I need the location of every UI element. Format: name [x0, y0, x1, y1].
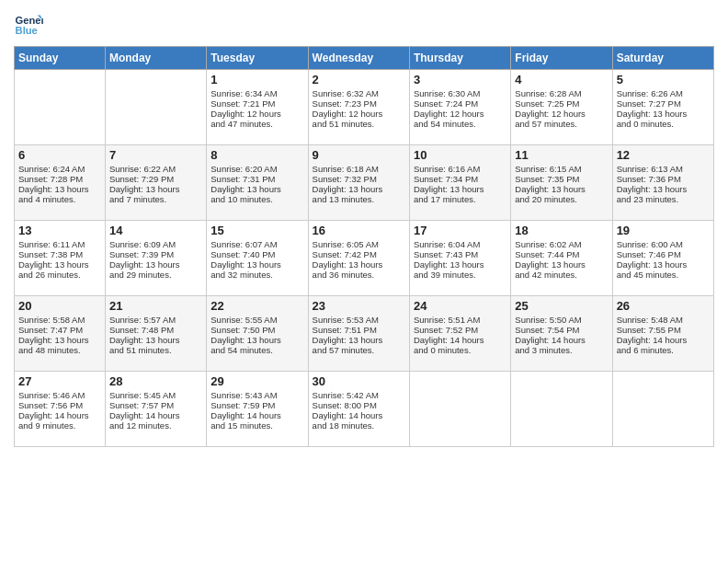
day-number: 15 — [210, 224, 303, 237]
day-info: Sunrise: 6:05 AM — [313, 239, 405, 249]
day-info: Sunrise: 5:55 AM — [210, 315, 303, 325]
calendar-cell: 10Sunrise: 6:16 AMSunset: 7:34 PMDayligh… — [409, 145, 510, 221]
week-row-4: 27Sunrise: 5:46 AMSunset: 7:56 PMDayligh… — [15, 372, 714, 447]
calendar-cell: 2Sunrise: 6:32 AMSunset: 7:23 PMDaylight… — [308, 70, 409, 145]
day-info: Sunrise: 5:43 AM — [210, 390, 303, 400]
calendar-cell: 28Sunrise: 5:45 AMSunset: 7:57 PMDayligh… — [105, 372, 206, 447]
day-info: and 0 minutes. — [617, 119, 710, 129]
day-info: Sunrise: 6:24 AM — [18, 164, 101, 174]
day-info: Daylight: 12 hours — [515, 109, 608, 119]
calendar-cell: 4Sunrise: 6:28 AMSunset: 7:25 PMDaylight… — [511, 70, 612, 145]
day-info: Sunset: 7:25 PM — [515, 98, 608, 109]
day-info: Sunrise: 6:09 AM — [109, 239, 202, 249]
header-cell-wednesday: Wednesday — [308, 47, 409, 70]
calendar-cell — [15, 70, 106, 145]
day-info: Sunrise: 5:45 AM — [109, 390, 202, 400]
day-info: Sunrise: 6:15 AM — [515, 164, 608, 174]
header-cell-monday: Monday — [105, 47, 206, 70]
header-cell-sunday: Sunday — [15, 47, 106, 70]
day-info: Sunset: 7:38 PM — [18, 249, 101, 259]
day-number: 8 — [210, 148, 303, 162]
day-number: 18 — [515, 224, 608, 237]
day-info: Sunset: 7:43 PM — [414, 249, 506, 259]
day-info: Sunset: 7:36 PM — [617, 174, 710, 184]
day-info: Sunset: 7:35 PM — [515, 174, 608, 184]
header-cell-friday: Friday — [511, 47, 612, 70]
day-info: Sunrise: 6:30 AM — [414, 88, 506, 98]
day-number: 5 — [617, 73, 710, 86]
day-number: 28 — [109, 374, 202, 388]
calendar-cell: 30Sunrise: 5:42 AMSunset: 8:00 PMDayligh… — [308, 372, 409, 447]
day-info: Daylight: 14 hours — [18, 410, 101, 420]
header: General Blue — [14, 9, 714, 39]
calendar-cell: 17Sunrise: 6:04 AMSunset: 7:43 PMDayligh… — [409, 221, 510, 296]
day-info: and 51 minutes. — [109, 345, 202, 355]
day-info: and 39 minutes. — [414, 270, 506, 280]
day-info: Sunrise: 6:32 AM — [313, 88, 405, 98]
day-info: and 13 minutes. — [313, 194, 405, 204]
week-row-1: 6Sunrise: 6:24 AMSunset: 7:28 PMDaylight… — [15, 145, 714, 221]
day-info: Sunset: 7:39 PM — [109, 249, 202, 259]
page-container: General Blue SundayMondayTuesdayWednesda… — [0, 0, 728, 456]
header-cell-saturday: Saturday — [612, 47, 713, 70]
day-info: Sunset: 7:27 PM — [617, 98, 710, 109]
calendar-cell: 12Sunrise: 6:13 AMSunset: 7:36 PMDayligh… — [612, 145, 713, 221]
day-info: Sunset: 7:52 PM — [414, 325, 506, 335]
day-info: and 12 minutes. — [109, 420, 202, 431]
day-number: 26 — [617, 299, 710, 313]
day-info: Sunrise: 6:00 AM — [617, 239, 710, 249]
day-info: and 54 minutes. — [210, 345, 303, 355]
calendar-cell: 6Sunrise: 6:24 AMSunset: 7:28 PMDaylight… — [15, 145, 106, 221]
calendar-cell: 5Sunrise: 6:26 AMSunset: 7:27 PMDaylight… — [612, 70, 713, 145]
day-number: 7 — [109, 148, 202, 162]
day-info: Daylight: 13 hours — [515, 184, 608, 194]
day-info: Sunrise: 6:16 AM — [414, 164, 506, 174]
day-info: Sunset: 7:44 PM — [515, 249, 608, 259]
day-info: Sunset: 7:56 PM — [18, 400, 101, 410]
day-info: and 47 minutes. — [210, 119, 303, 129]
day-info: and 57 minutes. — [313, 345, 405, 355]
day-info: and 42 minutes. — [515, 270, 608, 280]
day-info: and 32 minutes. — [210, 270, 303, 280]
day-number: 24 — [414, 299, 506, 313]
day-info: Sunrise: 6:28 AM — [515, 88, 608, 98]
day-number: 21 — [109, 299, 202, 313]
day-number: 2 — [313, 73, 405, 86]
day-info: and 15 minutes. — [210, 420, 303, 431]
day-number: 4 — [515, 73, 608, 86]
day-info: and 26 minutes. — [18, 270, 101, 280]
calendar-cell: 11Sunrise: 6:15 AMSunset: 7:35 PMDayligh… — [511, 145, 612, 221]
calendar-cell — [105, 70, 206, 145]
day-info: Sunset: 7:34 PM — [414, 174, 506, 184]
day-number: 3 — [414, 73, 506, 86]
day-info: Sunset: 7:48 PM — [109, 325, 202, 335]
day-info: Daylight: 14 hours — [109, 410, 202, 420]
day-info: Sunset: 7:51 PM — [313, 325, 405, 335]
calendar-cell: 3Sunrise: 6:30 AMSunset: 7:24 PMDaylight… — [409, 70, 510, 145]
day-info: Sunrise: 6:04 AM — [414, 239, 506, 249]
day-number: 27 — [18, 374, 101, 388]
day-info: Sunrise: 5:53 AM — [313, 315, 405, 325]
calendar-cell — [511, 372, 612, 447]
day-info: and 57 minutes. — [515, 119, 608, 129]
calendar-table: SundayMondayTuesdayWednesdayThursdayFrid… — [14, 46, 714, 447]
day-info: and 48 minutes. — [18, 345, 101, 355]
calendar-cell: 24Sunrise: 5:51 AMSunset: 7:52 PMDayligh… — [409, 296, 510, 372]
day-info: Daylight: 12 hours — [414, 109, 506, 119]
day-info: Sunrise: 5:50 AM — [515, 315, 608, 325]
day-info: Sunrise: 6:07 AM — [210, 239, 303, 249]
day-info: and 7 minutes. — [109, 194, 202, 204]
day-info: Daylight: 13 hours — [18, 335, 101, 345]
day-info: Sunrise: 6:11 AM — [18, 239, 101, 249]
day-info: Sunrise: 6:34 AM — [210, 88, 303, 98]
day-info: and 0 minutes. — [414, 345, 506, 355]
day-info: Sunrise: 5:48 AM — [617, 315, 710, 325]
day-info: Sunset: 7:50 PM — [210, 325, 303, 335]
day-info: Daylight: 13 hours — [109, 184, 202, 194]
day-info: Sunrise: 5:42 AM — [313, 390, 405, 400]
svg-text:Blue: Blue — [16, 25, 38, 36]
day-number: 30 — [313, 374, 405, 388]
day-info: and 51 minutes. — [313, 119, 405, 129]
calendar-cell: 20Sunrise: 5:58 AMSunset: 7:47 PMDayligh… — [15, 296, 106, 372]
calendar-cell — [612, 372, 713, 447]
